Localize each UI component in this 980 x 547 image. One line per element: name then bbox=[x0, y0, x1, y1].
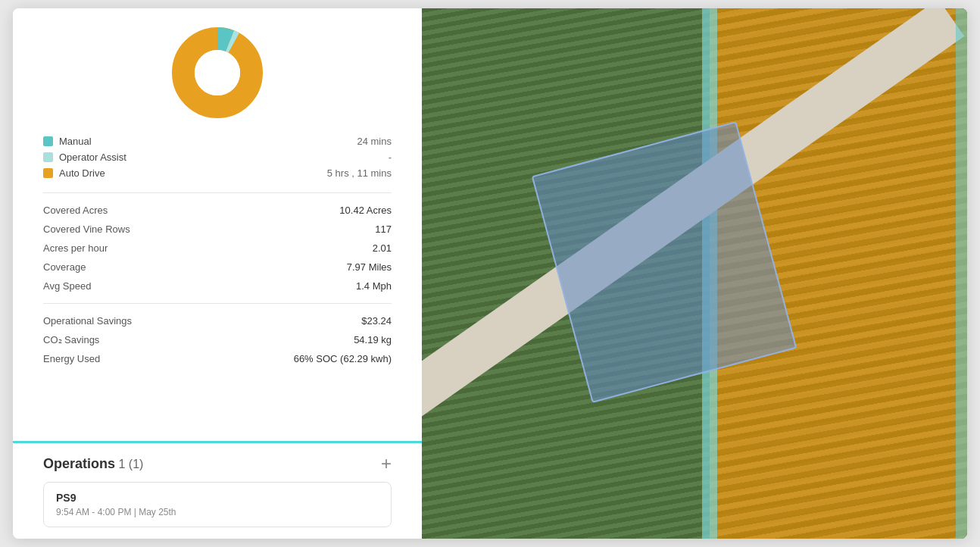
operational-savings-label: Operational Savings bbox=[43, 315, 132, 327]
divider-1 bbox=[43, 192, 392, 193]
stat-covered-acres: Covered Acres 10.42 Acres bbox=[43, 201, 392, 220]
covered-vine-rows-label: Covered Vine Rows bbox=[43, 223, 130, 235]
divider-2 bbox=[43, 303, 392, 304]
coverage-value: 7.97 Miles bbox=[347, 261, 392, 273]
map-area[interactable] bbox=[422, 8, 967, 539]
legend-item-manual: Manual 24 mins bbox=[43, 136, 392, 147]
operator-value: - bbox=[389, 152, 392, 163]
stat-covered-vine-rows: Covered Vine Rows 117 bbox=[43, 220, 392, 239]
stats-group-1: Covered Acres 10.42 Acres Covered Vine R… bbox=[43, 201, 392, 295]
avg-speed-value: 1.4 Mph bbox=[356, 280, 392, 292]
legend-item-operator: Operator Assist - bbox=[43, 152, 392, 163]
stat-coverage: Coverage 7.97 Miles bbox=[43, 258, 392, 277]
chart-area bbox=[43, 23, 392, 122]
stat-acres-per-hour: Acres per hour 2.01 bbox=[43, 239, 392, 258]
operation-time: 9:54 AM - 4:00 PM | May 25th bbox=[56, 507, 379, 517]
legend-item-auto: Auto Drive 5 hrs , 11 mins bbox=[43, 167, 392, 179]
energy-used-label: Energy Used bbox=[43, 353, 100, 364]
auto-dot bbox=[43, 168, 53, 178]
manual-dot bbox=[43, 136, 53, 146]
teal-strip-right bbox=[956, 8, 967, 539]
map-background bbox=[422, 8, 967, 539]
acres-per-hour-label: Acres per hour bbox=[43, 242, 108, 254]
operational-savings-value: $23.24 bbox=[361, 315, 392, 327]
stat-co2-savings: CO₂ Savings 54.19 kg bbox=[43, 330, 392, 349]
main-container: Manual 24 mins Operator Assist - Auto Dr… bbox=[13, 8, 967, 539]
operations-count: 1 (1) bbox=[118, 458, 143, 470]
svg-point-3 bbox=[195, 50, 240, 95]
covered-acres-value: 10.42 Acres bbox=[339, 205, 392, 216]
auto-value: 5 hrs , 11 mins bbox=[327, 167, 392, 179]
stats-group-2: Operational Savings $23.24 CO₂ Savings 5… bbox=[43, 311, 392, 368]
co2-savings-label: CO₂ Savings bbox=[43, 334, 99, 345]
manual-label: Manual bbox=[59, 136, 92, 147]
manual-value: 24 mins bbox=[357, 136, 392, 147]
avg-speed-label: Avg Speed bbox=[43, 280, 91, 292]
acres-per-hour-value: 2.01 bbox=[373, 242, 392, 254]
legend: Manual 24 mins Operator Assist - Auto Dr… bbox=[43, 136, 392, 179]
operation-name: PS9 bbox=[56, 492, 379, 504]
operations-title-group: Operations 1 (1) bbox=[43, 456, 143, 472]
energy-used-value: 66% SOC (62.29 kwh) bbox=[294, 353, 392, 364]
operations-header: Operations 1 (1) + bbox=[43, 455, 392, 473]
coverage-label: Coverage bbox=[43, 261, 86, 273]
operations-title: Operations bbox=[43, 456, 115, 471]
add-operation-button[interactable]: + bbox=[381, 455, 392, 473]
donut-chart bbox=[168, 23, 267, 122]
stat-operational-savings: Operational Savings $23.24 bbox=[43, 311, 392, 330]
stat-avg-speed: Avg Speed 1.4 Mph bbox=[43, 277, 392, 295]
covered-vine-rows-value: 117 bbox=[375, 223, 392, 235]
operation-card[interactable]: PS9 9:54 AM - 4:00 PM | May 25th bbox=[43, 482, 392, 527]
left-panel: Manual 24 mins Operator Assist - Auto Dr… bbox=[13, 8, 422, 539]
operator-dot bbox=[43, 152, 53, 162]
stat-energy-used: Energy Used 66% SOC (62.29 kwh) bbox=[43, 349, 392, 368]
co2-savings-value: 54.19 kg bbox=[354, 334, 392, 345]
operator-label: Operator Assist bbox=[59, 152, 126, 163]
auto-label: Auto Drive bbox=[59, 167, 105, 179]
operations-section: Operations 1 (1) + PS9 9:54 AM - 4:00 PM… bbox=[13, 441, 422, 539]
stats-section: Manual 24 mins Operator Assist - Auto Dr… bbox=[13, 8, 422, 441]
covered-acres-label: Covered Acres bbox=[43, 205, 108, 216]
